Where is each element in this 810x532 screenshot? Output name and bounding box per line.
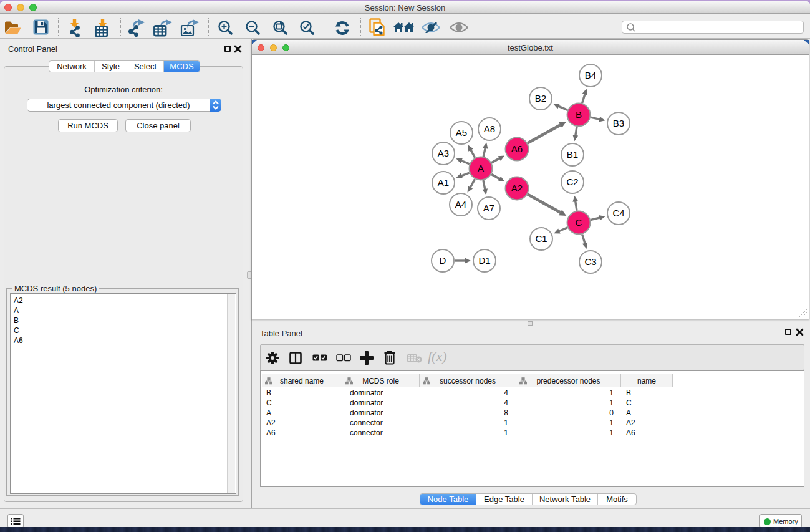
svg-text:A7: A7 bbox=[483, 203, 494, 213]
svg-text:A3: A3 bbox=[438, 148, 449, 158]
svg-text:A1: A1 bbox=[438, 177, 449, 188]
svg-text:A: A bbox=[478, 163, 484, 173]
svg-text:A6: A6 bbox=[511, 143, 523, 154]
svg-text:A5: A5 bbox=[456, 127, 467, 138]
svg-text:B: B bbox=[576, 109, 582, 120]
svg-text:C1: C1 bbox=[535, 233, 547, 244]
svg-text:C: C bbox=[576, 217, 582, 228]
svg-text:D: D bbox=[440, 255, 446, 266]
svg-text:B3: B3 bbox=[613, 118, 624, 128]
svg-text:B1: B1 bbox=[567, 149, 578, 160]
svg-text:C3: C3 bbox=[584, 256, 596, 267]
svg-text:B4: B4 bbox=[585, 70, 596, 80]
svg-text:B2: B2 bbox=[535, 93, 546, 104]
svg-text:A4: A4 bbox=[455, 199, 466, 210]
svg-text:C2: C2 bbox=[566, 177, 578, 187]
svg-text:D1: D1 bbox=[478, 255, 490, 266]
svg-text:A2: A2 bbox=[511, 183, 523, 193]
svg-text:A8: A8 bbox=[484, 123, 495, 134]
svg-text:C4: C4 bbox=[612, 208, 624, 218]
